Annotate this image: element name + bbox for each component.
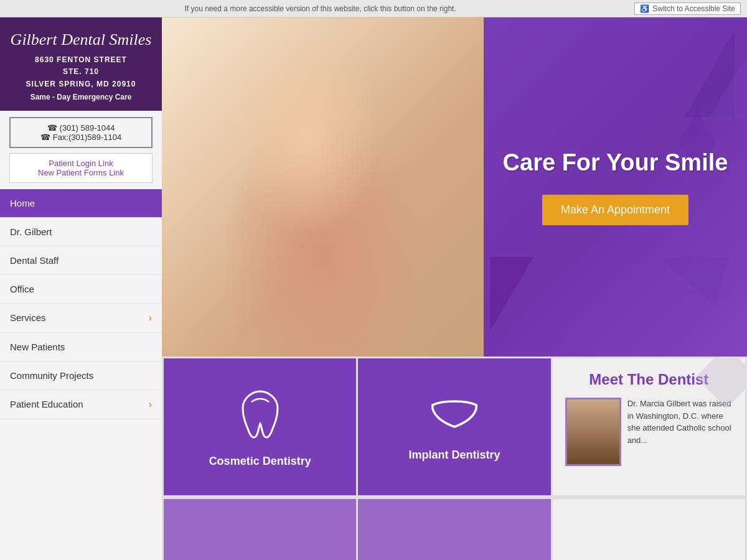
nav-item-label: Dental Staff	[10, 255, 59, 266]
new-patient-forms-link[interactable]: New Patient Forms Link	[17, 168, 144, 177]
fax-icon: ☎	[40, 133, 50, 142]
nav-item-label: Patient Education	[10, 399, 83, 409]
phone-number: (301) 589-1044	[60, 123, 115, 133]
dentist-photo	[565, 398, 621, 466]
nav-item-patient-education[interactable]: Patient Education›	[0, 390, 162, 419]
nav-item-label: New Patients	[10, 342, 65, 352]
phone-box: ☎ (301) 589-1044 ☎ Fax:(301)589-1104	[9, 117, 153, 148]
info-card-2	[553, 499, 745, 560]
address-line1: 8630 Fenton Street	[9, 54, 153, 66]
nav-item-label: Home	[10, 198, 35, 208]
tooth-icon	[235, 386, 285, 442]
main-layout: Gilbert Dental Smiles 8630 Fenton Street…	[0, 17, 747, 560]
service-card-4[interactable]	[358, 499, 550, 560]
nav-menu: HomeDr. GilbertDental StaffOfficeService…	[0, 189, 162, 560]
sidebar-header: Gilbert Dental Smiles 8630 Fenton Street…	[0, 17, 162, 111]
patient-login-link[interactable]: Patient Login Link	[17, 159, 144, 168]
meet-dentist-content: Dr. Marcia Gilbert was raised in Washing…	[565, 398, 733, 466]
hero-purple-section: Care For Your Smile Make An Appointment	[484, 17, 747, 357]
emergency-care: Same - Day Emergency Care	[9, 93, 153, 101]
service-card-3[interactable]	[164, 499, 356, 560]
links-box: Patient Login Link New Patient Forms Lin…	[9, 153, 153, 183]
polygon-deco-4	[660, 257, 728, 307]
fax-line: ☎ Fax:(301)589-1104	[18, 133, 144, 142]
nav-item-office[interactable]: Office	[0, 275, 162, 304]
bottom-cards-section	[162, 497, 747, 560]
cosmetic-dentistry-label: Cosmetic Dentistry	[209, 455, 311, 468]
phone-icon: ☎	[47, 123, 57, 133]
logo: Gilbert Dental Smiles	[9, 30, 153, 49]
phone-line: ☎ (301) 589-1044	[18, 123, 144, 133]
top-bar: If you need a more accessible version of…	[0, 0, 747, 17]
nav-item-label: Services	[10, 312, 46, 323]
nav-item-dr.-gilbert[interactable]: Dr. Gilbert	[0, 218, 162, 246]
hero-title: Care For Your Smile	[503, 149, 728, 176]
implant-dentistry-label: Implant Dentistry	[408, 449, 500, 462]
meet-dentist-card: Meet The Dentist Dr. Marcia Gilbert was …	[553, 358, 745, 495]
make-appointment-button[interactable]: Make An Appointment	[542, 195, 688, 225]
switch-accessible-button[interactable]: ♿ Switch to Accessible Site	[634, 2, 741, 15]
nav-item-new-patients[interactable]: New Patients	[0, 333, 162, 362]
address-line3: Silver Spring, MD 20910	[9, 78, 153, 90]
nav-item-label: Dr. Gilbert	[10, 226, 52, 237]
hero-text: Care For Your Smile Make An Appointment	[503, 149, 728, 225]
cards-section: Cosmetic Dentistry Implant Dentistry Mee…	[162, 357, 747, 497]
content-area: Care For Your Smile Make An Appointment …	[162, 17, 747, 560]
nav-item-home[interactable]: Home	[0, 189, 162, 218]
chevron-right-icon: ›	[149, 312, 152, 324]
accessibility-icon: ♿	[640, 4, 649, 13]
nav-item-label: Office	[10, 284, 34, 294]
smile-icon	[426, 393, 482, 436]
fax-number: Fax:(301)589-1104	[53, 133, 122, 142]
nav-item-community-projects[interactable]: Community Projects	[0, 362, 162, 390]
meet-dentist-title: Meet The Dentist	[565, 371, 733, 388]
nav-item-label: Community Projects	[10, 370, 93, 381]
hero-banner: Care For Your Smile Make An Appointment	[162, 17, 747, 357]
sidebar-contact: ☎ (301) 589-1044 ☎ Fax:(301)589-1104 Pat…	[0, 111, 162, 189]
polygon-deco-2	[710, 55, 747, 117]
accessibility-message: If you need a more accessible version of…	[6, 4, 634, 13]
implant-dentistry-card[interactable]: Implant Dentistry	[358, 358, 550, 495]
switch-label: Switch to Accessible Site	[652, 4, 735, 13]
chevron-right-icon: ›	[149, 399, 152, 410]
sidebar: Gilbert Dental Smiles 8630 Fenton Street…	[0, 17, 162, 560]
dentist-bio: Dr. Marcia Gilbert was raised in Washing…	[627, 398, 733, 466]
polygon-deco-3	[490, 257, 533, 332]
hero-photo	[162, 17, 484, 357]
address-line2: Ste. 710	[9, 66, 153, 78]
nav-item-services[interactable]: Services›	[0, 304, 162, 333]
nav-item-dental-staff[interactable]: Dental Staff	[0, 246, 162, 275]
address: 8630 Fenton Street Ste. 710 Silver Sprin…	[9, 54, 153, 90]
cosmetic-dentistry-card[interactable]: Cosmetic Dentistry	[164, 358, 356, 495]
